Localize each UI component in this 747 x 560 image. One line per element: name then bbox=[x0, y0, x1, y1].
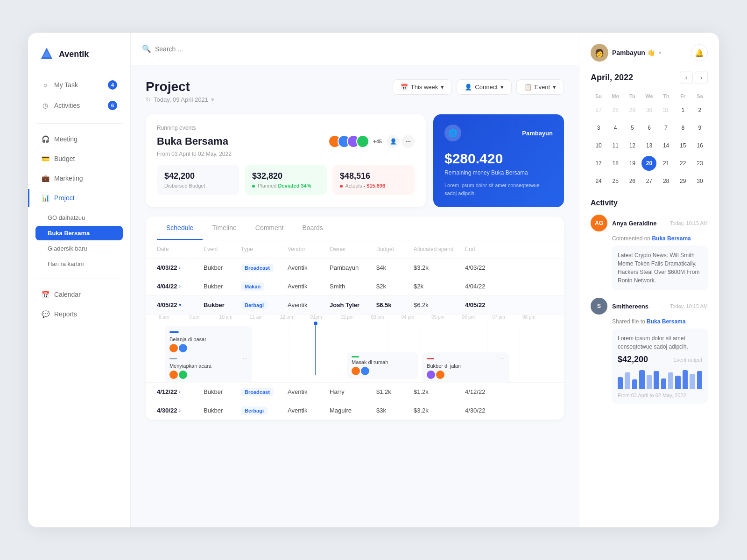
cal-day-28[interactable]: 28 bbox=[659, 174, 674, 189]
search-input[interactable] bbox=[155, 45, 295, 53]
sidebar-item-project[interactable]: 📊 Project bbox=[28, 189, 123, 207]
cal-day-30-mar[interactable]: 30 bbox=[641, 103, 656, 118]
activity-link-anya[interactable]: Buka Bersama bbox=[652, 235, 691, 242]
event-button[interactable]: 📋 Event ▾ bbox=[516, 79, 564, 95]
tab-schedule[interactable]: Schedule bbox=[157, 217, 203, 240]
hour-6pm: 06 pm bbox=[462, 315, 492, 320]
cal-day-19[interactable]: 19 bbox=[625, 156, 640, 171]
cal-day-1[interactable]: 1 bbox=[676, 103, 691, 118]
cal-day-11[interactable]: 11 bbox=[608, 138, 623, 153]
cal-day-14[interactable]: 14 bbox=[659, 138, 674, 153]
cal-day-25[interactable]: 25 bbox=[608, 174, 623, 189]
add-member-button[interactable]: 👤 bbox=[387, 135, 400, 148]
event-avatars bbox=[352, 367, 414, 375]
mini-bar-11 bbox=[697, 371, 702, 389]
cal-day-27-mar[interactable]: 27 bbox=[591, 103, 606, 118]
schedule-table: Date Event Type Vendor Owner Budget Allo… bbox=[146, 240, 564, 420]
activity-file-card: Lorem ipsum dolor sit amet conseqtetwue … bbox=[612, 329, 708, 404]
timeline-expanded-row: 8 am 9 am 10 am 11 am 12 pm 01pm 02 pm 0… bbox=[146, 315, 564, 383]
cal-day-7[interactable]: 7 bbox=[659, 120, 674, 135]
nav-label-calendar: Calendar bbox=[54, 291, 81, 298]
cal-day-30[interactable]: 30 bbox=[692, 174, 707, 189]
connect-button[interactable]: 👤 Connect ▾ bbox=[457, 79, 511, 95]
row5-allocated: $3.2k bbox=[414, 407, 465, 414]
cal-day-16[interactable]: 16 bbox=[692, 138, 707, 153]
cal-day-3[interactable]: 3 bbox=[591, 120, 606, 135]
row1-allocated: $3.2k bbox=[414, 264, 465, 271]
row1-owner: Pambayun bbox=[330, 264, 376, 271]
tab-boards[interactable]: Boards bbox=[293, 217, 332, 240]
cal-day-24[interactable]: 24 bbox=[591, 174, 606, 189]
avatar-4 bbox=[356, 135, 369, 148]
subnav-go-daihatzuu[interactable]: GO daihatzuu bbox=[35, 210, 123, 225]
this-week-button[interactable]: 📅 This week ▾ bbox=[393, 79, 452, 95]
table-row[interactable]: 4/04/22 › Bukber Makan Aventik Smith $2k… bbox=[146, 277, 564, 296]
sidebar-item-activities[interactable]: ◷ Activities 6 bbox=[35, 96, 123, 115]
file-date: From 03 April to 02 May, 2022 bbox=[618, 392, 702, 398]
event-name: Buka Bersama bbox=[157, 135, 228, 147]
events-grid: Running events Buka Bersama +45 bbox=[146, 114, 564, 207]
tab-timeline[interactable]: Timeline bbox=[203, 217, 246, 240]
cal-day-31-mar[interactable]: 31 bbox=[659, 103, 674, 118]
activity-link-smithereens[interactable]: Buka Bersama bbox=[647, 318, 685, 325]
activity-content-anya: Latest Crypto News: Will Smith Meme Toke… bbox=[612, 245, 708, 290]
cal-day-22[interactable]: 22 bbox=[676, 156, 691, 171]
tab-comment[interactable]: Comment bbox=[246, 217, 293, 240]
cal-day-17[interactable]: 17 bbox=[591, 156, 606, 171]
cal-day-20-today[interactable]: 20 bbox=[641, 156, 656, 171]
budget-amount-2: $48,516 bbox=[340, 171, 407, 181]
more-options-button[interactable]: ⋯ bbox=[402, 135, 415, 148]
weekday-sa: Sa bbox=[692, 91, 708, 101]
cal-day-18[interactable]: 18 bbox=[608, 156, 623, 171]
mini-bar-7 bbox=[668, 372, 673, 389]
cal-prev-button[interactable]: ‹ bbox=[680, 71, 693, 84]
budget-amount-0: $42,200 bbox=[164, 171, 232, 181]
col-end: End bbox=[465, 246, 502, 252]
cal-day-27[interactable]: 27 bbox=[641, 174, 656, 189]
cal-day-2[interactable]: 2 bbox=[692, 103, 707, 118]
subnav-gladersik-baru[interactable]: Gladersik baru bbox=[35, 241, 123, 256]
hour-12pm: 12 pm bbox=[280, 315, 310, 320]
subnav-hari-ra-kartini[interactable]: Hari ra kartini bbox=[35, 257, 123, 271]
cal-day-13[interactable]: 13 bbox=[641, 138, 656, 153]
sidebar-item-my-task[interactable]: ○ My Task 4 bbox=[35, 76, 123, 94]
cal-day-15[interactable]: 15 bbox=[676, 138, 691, 153]
sidebar-item-budget[interactable]: 💳 Budget bbox=[35, 150, 123, 168]
hour-3pm: 03 pm bbox=[371, 315, 401, 320]
globe-icon: 🌐 bbox=[444, 125, 461, 141]
cal-day-23[interactable]: 23 bbox=[692, 156, 707, 171]
timeline-event-belanja: ⋯ Belanja di pasar bbox=[165, 326, 252, 356]
cal-day-29[interactable]: 29 bbox=[676, 174, 691, 189]
calendar-widget: April, 2022 ‹ › Su Mo Tu We Th Fr Sa 27 … bbox=[591, 71, 708, 189]
weekday-we: We bbox=[641, 91, 657, 101]
cal-day-9[interactable]: 9 bbox=[692, 120, 707, 135]
cal-day-8[interactable]: 8 bbox=[676, 120, 691, 135]
table-row[interactable]: 4/03/22 › Bukber Broadcast Aventik Pamba… bbox=[146, 259, 564, 277]
sidebar-item-calendar[interactable]: 📅 Calendar bbox=[35, 286, 123, 303]
cal-day-5[interactable]: 5 bbox=[625, 120, 640, 135]
cal-day-12[interactable]: 12 bbox=[625, 138, 640, 153]
col-date: Date bbox=[157, 246, 204, 252]
sidebar-item-reports[interactable]: 💬 Reports bbox=[35, 305, 123, 323]
cal-day-29-mar[interactable]: 29 bbox=[625, 103, 640, 118]
table-row[interactable]: 4/05/22 ▾ Bukber Berbagi Aventik Josh Ty… bbox=[146, 296, 564, 315]
cal-day-26[interactable]: 26 bbox=[625, 174, 640, 189]
dropdown-icon: ▾ bbox=[211, 96, 214, 103]
cal-day-6[interactable]: 6 bbox=[641, 120, 656, 135]
table-row[interactable]: 4/12/22 › Bukber Broadcast Aventik Harry… bbox=[146, 383, 564, 401]
logo-area: Aventik bbox=[28, 47, 130, 76]
cal-next-button[interactable]: › bbox=[695, 71, 708, 84]
table-row[interactable]: 4/30/22 › Bukber Berbagi Aventik Maguire… bbox=[146, 401, 564, 420]
row1-vendor: Aventik bbox=[288, 264, 330, 271]
mini-bar-5 bbox=[654, 371, 659, 389]
sidebar-item-marketing[interactable]: 💼 Marketing bbox=[35, 169, 123, 187]
cal-day-21[interactable]: 21 bbox=[659, 156, 674, 171]
sidebar-item-meeting[interactable]: 🎧 Meeting bbox=[35, 130, 123, 148]
event-label: Bukber di jalan bbox=[427, 363, 505, 369]
cal-day-4[interactable]: 4 bbox=[608, 120, 623, 135]
cal-day-28-mar[interactable]: 28 bbox=[608, 103, 623, 118]
notification-button[interactable]: 🔔 bbox=[691, 44, 708, 61]
weekday-tu: Tu bbox=[624, 91, 640, 101]
cal-day-10[interactable]: 10 bbox=[591, 138, 606, 153]
subnav-buka-bersama[interactable]: Buka Bersama bbox=[35, 226, 123, 240]
